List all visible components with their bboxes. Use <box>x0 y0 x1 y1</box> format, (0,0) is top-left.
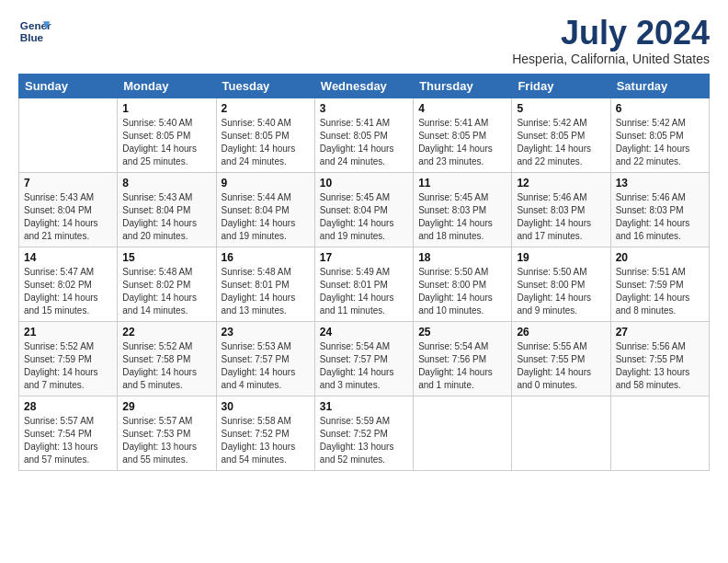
day-info: Sunrise: 5:57 AMSunset: 7:53 PMDaylight:… <box>122 415 210 466</box>
table-cell: 22Sunrise: 5:52 AMSunset: 7:58 PMDayligh… <box>118 321 216 396</box>
table-cell: 14Sunrise: 5:47 AMSunset: 8:02 PMDayligh… <box>19 247 118 321</box>
table-cell: 23Sunrise: 5:53 AMSunset: 7:57 PMDayligh… <box>216 321 314 396</box>
table-cell: 31Sunrise: 5:59 AMSunset: 7:52 PMDayligh… <box>314 396 413 470</box>
table-cell: 12Sunrise: 5:46 AMSunset: 8:03 PMDayligh… <box>512 172 610 247</box>
col-monday: Monday <box>118 74 216 98</box>
title-area: July 2024 Hesperia, California, United S… <box>512 15 710 66</box>
table-cell: 28Sunrise: 5:57 AMSunset: 7:54 PMDayligh… <box>19 396 118 470</box>
table-cell <box>414 396 512 470</box>
table-cell: 29Sunrise: 5:57 AMSunset: 7:53 PMDayligh… <box>118 396 216 470</box>
day-info: Sunrise: 5:51 AMSunset: 7:59 PMDaylight:… <box>616 266 704 317</box>
svg-text:Blue: Blue <box>20 31 44 43</box>
subtitle: Hesperia, California, United States <box>512 52 710 66</box>
day-number: 28 <box>24 400 112 413</box>
day-number: 25 <box>418 326 506 339</box>
day-info: Sunrise: 5:56 AMSunset: 7:55 PMDaylight:… <box>616 340 704 392</box>
day-info: Sunrise: 5:58 AMSunset: 7:52 PMDaylight:… <box>222 415 310 466</box>
day-info: Sunrise: 5:53 AMSunset: 7:57 PMDaylight:… <box>222 340 310 392</box>
day-number: 13 <box>616 177 704 190</box>
day-number: 19 <box>517 251 605 264</box>
day-info: Sunrise: 5:40 AMSunset: 8:05 PMDaylight:… <box>122 117 210 168</box>
day-info: Sunrise: 5:57 AMSunset: 7:54 PMDaylight:… <box>24 415 112 466</box>
table-cell: 24Sunrise: 5:54 AMSunset: 7:57 PMDayligh… <box>314 321 413 396</box>
day-info: Sunrise: 5:54 AMSunset: 7:56 PMDaylight:… <box>418 340 506 392</box>
table-cell: 5Sunrise: 5:42 AMSunset: 8:05 PMDaylight… <box>512 98 610 172</box>
table-cell: 7Sunrise: 5:43 AMSunset: 8:04 PMDaylight… <box>19 172 118 247</box>
day-number: 15 <box>122 251 210 264</box>
day-info: Sunrise: 5:55 AMSunset: 7:55 PMDaylight:… <box>517 340 605 392</box>
table-cell: 9Sunrise: 5:44 AMSunset: 8:04 PMDaylight… <box>216 172 314 247</box>
col-wednesday: Wednesday <box>314 74 413 98</box>
table-cell: 21Sunrise: 5:52 AMSunset: 7:59 PMDayligh… <box>19 321 118 396</box>
table-cell: 18Sunrise: 5:50 AMSunset: 8:00 PMDayligh… <box>414 247 512 321</box>
table-cell <box>19 98 118 172</box>
day-number: 1 <box>122 102 210 115</box>
day-info: Sunrise: 5:46 AMSunset: 8:03 PMDaylight:… <box>616 191 704 243</box>
week-row-0: 1Sunrise: 5:40 AMSunset: 8:05 PMDaylight… <box>19 98 710 172</box>
col-saturday: Saturday <box>610 74 709 98</box>
table-cell: 6Sunrise: 5:42 AMSunset: 8:05 PMDaylight… <box>610 98 709 172</box>
day-number: 22 <box>122 326 210 339</box>
day-info: Sunrise: 5:49 AMSunset: 8:01 PMDaylight:… <box>320 266 408 317</box>
day-info: Sunrise: 5:41 AMSunset: 8:05 PMDaylight:… <box>320 117 408 168</box>
day-info: Sunrise: 5:45 AMSunset: 8:03 PMDaylight:… <box>418 191 506 243</box>
logo-icon: General Blue <box>18 15 51 48</box>
day-number: 27 <box>616 326 704 339</box>
calendar-body: 1Sunrise: 5:40 AMSunset: 8:05 PMDaylight… <box>19 98 710 470</box>
col-thursday: Thursday <box>414 74 512 98</box>
day-number: 9 <box>222 177 310 190</box>
week-row-1: 7Sunrise: 5:43 AMSunset: 8:04 PMDaylight… <box>19 172 710 247</box>
day-number: 12 <box>517 177 605 190</box>
day-info: Sunrise: 5:48 AMSunset: 8:01 PMDaylight:… <box>222 266 310 317</box>
week-row-3: 21Sunrise: 5:52 AMSunset: 7:59 PMDayligh… <box>19 321 710 396</box>
table-cell: 26Sunrise: 5:55 AMSunset: 7:55 PMDayligh… <box>512 321 610 396</box>
table-cell: 11Sunrise: 5:45 AMSunset: 8:03 PMDayligh… <box>414 172 512 247</box>
day-number: 5 <box>517 102 605 115</box>
table-cell: 15Sunrise: 5:48 AMSunset: 8:02 PMDayligh… <box>118 247 216 321</box>
day-number: 6 <box>616 102 704 115</box>
table-cell: 1Sunrise: 5:40 AMSunset: 8:05 PMDaylight… <box>118 98 216 172</box>
table-cell: 19Sunrise: 5:50 AMSunset: 8:00 PMDayligh… <box>512 247 610 321</box>
table-cell: 20Sunrise: 5:51 AMSunset: 7:59 PMDayligh… <box>610 247 709 321</box>
table-cell: 13Sunrise: 5:46 AMSunset: 8:03 PMDayligh… <box>610 172 709 247</box>
day-info: Sunrise: 5:41 AMSunset: 8:05 PMDaylight:… <box>418 117 506 168</box>
table-cell: 25Sunrise: 5:54 AMSunset: 7:56 PMDayligh… <box>414 321 512 396</box>
day-info: Sunrise: 5:46 AMSunset: 8:03 PMDaylight:… <box>517 191 605 243</box>
calendar-table: Sunday Monday Tuesday Wednesday Thursday… <box>18 74 710 471</box>
day-info: Sunrise: 5:54 AMSunset: 7:57 PMDaylight:… <box>320 340 408 392</box>
day-number: 24 <box>320 326 408 339</box>
day-info: Sunrise: 5:59 AMSunset: 7:52 PMDaylight:… <box>320 415 408 466</box>
day-info: Sunrise: 5:50 AMSunset: 8:00 PMDaylight:… <box>517 266 605 317</box>
table-cell: 17Sunrise: 5:49 AMSunset: 8:01 PMDayligh… <box>314 247 413 321</box>
day-number: 21 <box>24 326 112 339</box>
table-cell: 2Sunrise: 5:40 AMSunset: 8:05 PMDaylight… <box>216 98 314 172</box>
day-info: Sunrise: 5:52 AMSunset: 7:59 PMDaylight:… <box>24 340 112 392</box>
day-info: Sunrise: 5:47 AMSunset: 8:02 PMDaylight:… <box>24 266 112 317</box>
day-number: 8 <box>122 177 210 190</box>
day-info: Sunrise: 5:43 AMSunset: 8:04 PMDaylight:… <box>24 191 112 243</box>
day-number: 7 <box>24 177 112 190</box>
table-cell: 3Sunrise: 5:41 AMSunset: 8:05 PMDaylight… <box>314 98 413 172</box>
main-title: July 2024 <box>512 15 710 52</box>
table-cell: 27Sunrise: 5:56 AMSunset: 7:55 PMDayligh… <box>610 321 709 396</box>
day-info: Sunrise: 5:52 AMSunset: 7:58 PMDaylight:… <box>122 340 210 392</box>
table-cell <box>512 396 610 470</box>
day-number: 4 <box>418 102 506 115</box>
page-wrapper: General Blue July 2024 Hesperia, Califor… <box>18 15 710 471</box>
day-number: 11 <box>418 177 506 190</box>
table-cell: 4Sunrise: 5:41 AMSunset: 8:05 PMDaylight… <box>414 98 512 172</box>
table-cell: 8Sunrise: 5:43 AMSunset: 8:04 PMDaylight… <box>118 172 216 247</box>
day-number: 26 <box>517 326 605 339</box>
day-number: 14 <box>24 251 112 264</box>
day-number: 2 <box>222 102 310 115</box>
week-row-4: 28Sunrise: 5:57 AMSunset: 7:54 PMDayligh… <box>19 396 710 470</box>
day-number: 23 <box>222 326 310 339</box>
table-cell <box>610 396 709 470</box>
day-info: Sunrise: 5:50 AMSunset: 8:00 PMDaylight:… <box>418 266 506 317</box>
table-cell: 16Sunrise: 5:48 AMSunset: 8:01 PMDayligh… <box>216 247 314 321</box>
header: General Blue July 2024 Hesperia, Califor… <box>18 15 710 66</box>
day-number: 16 <box>222 251 310 264</box>
table-cell: 30Sunrise: 5:58 AMSunset: 7:52 PMDayligh… <box>216 396 314 470</box>
day-info: Sunrise: 5:42 AMSunset: 8:05 PMDaylight:… <box>517 117 605 168</box>
table-cell: 10Sunrise: 5:45 AMSunset: 8:04 PMDayligh… <box>314 172 413 247</box>
